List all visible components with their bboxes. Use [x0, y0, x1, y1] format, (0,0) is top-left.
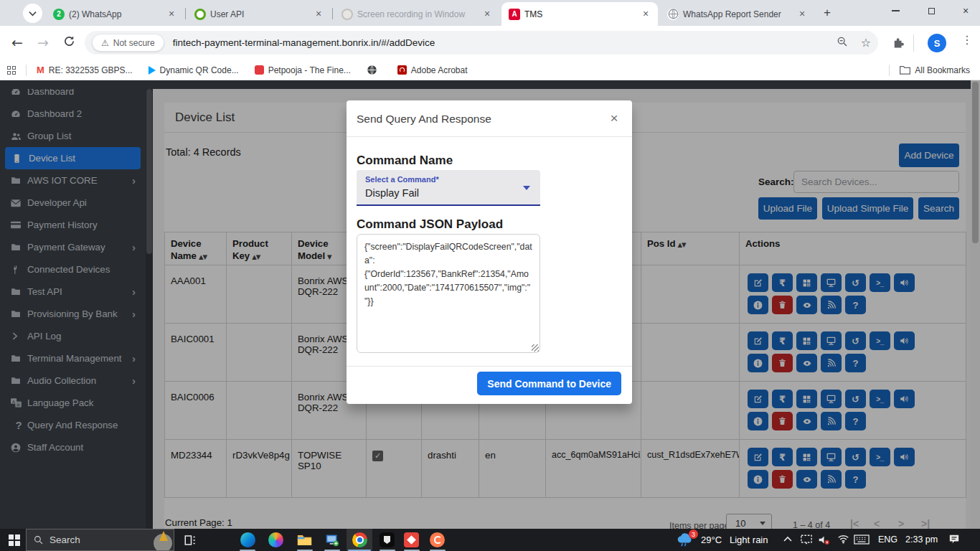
chevron-down-icon: [523, 186, 530, 190]
profile-avatar[interactable]: S: [928, 34, 946, 52]
chrome-icon[interactable]: [351, 531, 369, 549]
modal-title: Send Query And Response: [357, 113, 491, 126]
select-value: Display Fail: [365, 187, 419, 199]
url-text[interactable]: fintech-payment-terminal-management.bonr…: [173, 37, 837, 48]
language-indicator[interactable]: ENG: [878, 534, 897, 545]
extensions-icon[interactable]: [892, 36, 905, 52]
close-window-button[interactable]: ×: [951, 0, 980, 22]
forward-icon[interactable]: →: [37, 34, 49, 50]
play-icon: [149, 66, 156, 75]
weather-temp[interactable]: 29°C: [701, 534, 722, 545]
security-chip[interactable]: ⚠ Not secure: [92, 34, 164, 52]
weather-icon[interactable]: 3: [676, 531, 696, 549]
petpooja-icon: [255, 65, 264, 75]
angular-icon: A: [509, 9, 520, 20]
orange-app-icon[interactable]: [428, 531, 446, 549]
edge-icon[interactable]: [239, 531, 257, 549]
start-button[interactable]: [9, 534, 20, 546]
command-name-heading: Command Name: [357, 154, 453, 168]
windows-icon: [9, 534, 20, 546]
send-query-modal: Send Query And Response × Command Name S…: [347, 100, 632, 404]
close-tab-icon[interactable]: ×: [312, 8, 325, 21]
notification-badge: 3: [689, 529, 698, 539]
red-app-icon[interactable]: [402, 531, 420, 549]
tab-user-api[interactable]: User API ×: [187, 2, 331, 26]
tab-screen-recording[interactable]: Screen recording in Window ×: [334, 2, 499, 26]
divider: [347, 136, 632, 137]
taskbar: Search: [0, 529, 980, 551]
search-icon: [34, 535, 43, 545]
minimize-button[interactable]: [881, 0, 910, 22]
chevron-down-icon: [29, 11, 37, 17]
folder-icon: [900, 65, 910, 75]
tab-tms-active[interactable]: A TMS ×: [501, 2, 658, 26]
notification-center-icon[interactable]: [948, 534, 960, 545]
globe-icon: [367, 65, 377, 75]
whatsapp-badge-icon: 2: [53, 9, 65, 20]
payload-textarea[interactable]: {"screen":"DisplayFailQRCodeScreen","dat…: [357, 234, 540, 353]
close-tab-icon[interactable]: ×: [165, 8, 178, 21]
bookmark-star-icon[interactable]: ☆: [861, 36, 871, 50]
cast-icon[interactable]: [801, 534, 812, 545]
dark-app-icon[interactable]: [378, 531, 396, 549]
remote-desktop-icon[interactable]: [323, 531, 341, 549]
address-bar[interactable]: ⚠ Not secure fintech-payment-terminal-ma…: [85, 31, 878, 55]
tab-whatsapp-report-sender[interactable]: WhatsApp Report Sender ×: [660, 2, 814, 26]
restore-button[interactable]: [917, 0, 946, 22]
task-view-icon[interactable]: [181, 531, 199, 549]
wifi-icon[interactable]: [837, 534, 849, 544]
zoom-icon[interactable]: [837, 36, 848, 50]
tab-separator: [185, 8, 186, 19]
divider: [26, 65, 27, 76]
warning-icon: ⚠: [101, 38, 109, 48]
screen: 2 (2) WhatsApp × User API × Screen recor…: [0, 0, 980, 551]
menu-dots-icon[interactable]: ⋮: [961, 33, 973, 47]
bookmark-globe[interactable]: [367, 65, 382, 75]
browser-toolbar: ← → ⚠ Not secure fintech-payment-termina…: [0, 26, 980, 60]
browser-tab-strip: 2 (2) WhatsApp × User API × Screen recor…: [0, 0, 980, 26]
bookmarks-bar: M RE: 3322535 GBPS... Dynamic QR Code...…: [0, 60, 980, 80]
close-tab-icon[interactable]: ×: [639, 8, 652, 21]
swagger-icon: [194, 9, 206, 20]
apps-grid-icon[interactable]: [7, 66, 16, 75]
bookmark-dynamic-qr[interactable]: Dynamic QR Code...: [149, 65, 239, 75]
close-tab-icon[interactable]: ×: [481, 8, 494, 21]
close-tab-icon[interactable]: ×: [796, 8, 809, 21]
payload-heading: Command JSON Payload: [357, 217, 503, 232]
bookmark-gmail[interactable]: M RE: 3322535 GBPS...: [37, 65, 133, 75]
tab-whatsapp[interactable]: 2 (2) WhatsApp ×: [46, 2, 184, 26]
screen-recording-icon: [341, 9, 353, 20]
divider: [913, 34, 914, 52]
new-tab-button[interactable]: +: [824, 6, 831, 20]
clock[interactable]: 2:33 pm: [905, 534, 938, 545]
back-icon[interactable]: ←: [11, 34, 23, 50]
hidden-icons-chevron-icon[interactable]: [783, 536, 792, 542]
file-explorer-icon[interactable]: [296, 531, 314, 549]
tab-search-button[interactable]: [23, 4, 42, 23]
all-bookmarks-button[interactable]: All Bookmarks: [900, 65, 970, 75]
bing-daily-image: [149, 529, 174, 550]
weather-desc[interactable]: Light rain: [730, 534, 768, 545]
select-floating-label: Select a Command*: [365, 175, 439, 184]
command-select[interactable]: Select a Command* Display Fail: [357, 170, 540, 206]
globe-icon: [667, 9, 679, 20]
volume-muted-icon[interactable]: [818, 534, 830, 545]
keyboard-icon[interactable]: [854, 534, 870, 545]
acrobat-icon: [397, 65, 407, 75]
close-icon[interactable]: ×: [606, 110, 622, 126]
send-command-button[interactable]: Send Command to Device: [477, 372, 621, 395]
reload-icon[interactable]: [63, 35, 75, 50]
divider: [889, 65, 890, 76]
bookmark-petpooja[interactable]: Petpooja - The Fine...: [255, 65, 351, 75]
tab-separator: [332, 8, 333, 19]
divider: [347, 366, 632, 367]
copilot-icon[interactable]: [267, 531, 285, 549]
taskbar-search[interactable]: Search: [26, 529, 174, 551]
bookmark-adobe-acrobat[interactable]: Adobe Acrobat: [397, 65, 468, 75]
gmail-icon: M: [37, 65, 44, 75]
resize-handle-icon[interactable]: [532, 344, 539, 352]
